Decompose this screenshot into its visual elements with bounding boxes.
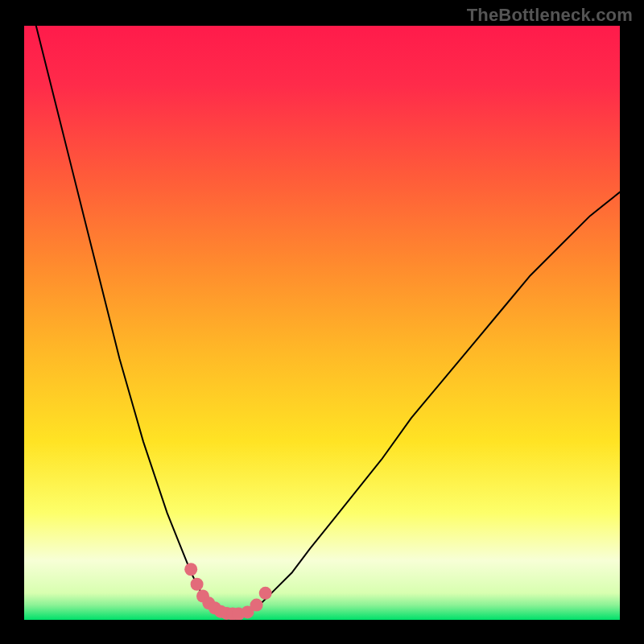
highlight-dot	[184, 563, 197, 576]
highlight-dot	[191, 578, 204, 591]
highlight-dot	[250, 599, 263, 612]
chart-frame: TheBottleneck.com	[0, 0, 644, 644]
bottleneck-chart	[24, 26, 620, 620]
chart-background	[24, 26, 620, 620]
highlight-dot	[259, 587, 272, 600]
watermark-text: TheBottleneck.com	[467, 5, 633, 26]
